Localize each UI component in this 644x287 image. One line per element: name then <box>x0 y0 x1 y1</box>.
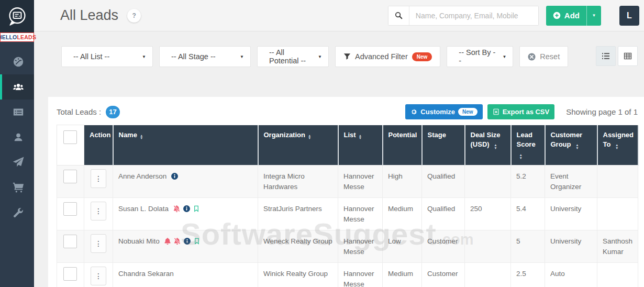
paging-info: Showing page 1 of 1 <box>566 107 638 116</box>
avatar[interactable]: L <box>619 6 639 26</box>
add-button[interactable]: Add <box>546 6 587 26</box>
sidebar-item-contacts[interactable] <box>0 125 34 150</box>
lead-list: Hannover Messe <box>338 230 383 263</box>
lead-organization: Winick Realty Group <box>258 263 338 287</box>
lead-stage: Customer <box>422 263 465 287</box>
grid-view-toggle[interactable] <box>618 46 638 66</box>
lead-list: Hannover Messe <box>338 263 383 287</box>
row-action-button[interactable]: ⋮ <box>91 267 106 285</box>
search-group <box>388 6 539 26</box>
helloleads-logo-icon <box>6 5 28 27</box>
table-row: ⋮Nobuaki MitoWeneck Realty GroupHannover… <box>57 230 638 263</box>
row-checkbox[interactable] <box>63 170 77 183</box>
chevron-down-icon: ▼ <box>318 54 322 59</box>
row-checkbox[interactable] <box>63 267 77 281</box>
leads-table: Action Name▲▼ Organization▲▼ List▲▼ Pote… <box>57 125 639 287</box>
export-file-icon <box>493 108 499 115</box>
bookmark-icon <box>194 238 200 245</box>
total-leads-label: Total Leads : <box>57 107 101 116</box>
advanced-filter-label: Advanced Filter <box>355 52 408 61</box>
add-dropdown-button[interactable]: ▼ <box>587 6 601 26</box>
dashboard-icon <box>13 56 24 68</box>
ellipsis-icon: ⋮ <box>95 238 102 249</box>
gear-icon <box>410 108 417 115</box>
sort-icon: ▲▼ <box>308 134 311 140</box>
lead-list: Hannover Messe <box>338 198 383 230</box>
filter-all-potential-value: -- All Potential -- <box>269 48 313 65</box>
select-all-checkbox[interactable] <box>63 130 77 144</box>
view-toggles <box>596 46 638 66</box>
chevron-down-icon: ▼ <box>240 54 244 59</box>
column-header-list[interactable]: List▲▼ <box>338 125 383 165</box>
reset-button[interactable]: Reset <box>519 46 568 67</box>
sort-icon: ▲▼ <box>615 144 618 149</box>
customize-button[interactable]: Customize New <box>405 104 482 119</box>
lead-name[interactable]: Anne Anderson <box>118 172 166 180</box>
row-checkbox[interactable] <box>63 235 77 248</box>
column-header-action: Action <box>84 125 113 165</box>
ellipsis-icon: ⋮ <box>95 271 102 281</box>
sort-icon: ▲▼ <box>575 144 579 149</box>
bell-icon <box>164 238 171 245</box>
campaigns-icon <box>13 157 24 168</box>
filter-all-stage-select[interactable]: -- All Stage -- ▼ <box>159 46 251 67</box>
info-icon <box>183 205 190 212</box>
row-action-button[interactable]: ⋮ <box>91 202 106 220</box>
lead-customer-group: Event Organizer <box>545 165 597 198</box>
filter-all-potential-select[interactable]: -- All Potential -- ▼ <box>257 46 329 67</box>
chevron-down-icon: ▼ <box>592 13 596 18</box>
lead-name[interactable]: Chandra Sekaran <box>118 270 174 278</box>
lead-name[interactable]: Nobuaki Mito <box>118 237 160 245</box>
lead-status-icons <box>173 205 199 212</box>
lead-deal-size: 250 <box>465 198 511 230</box>
reset-circle-x-icon <box>528 53 536 61</box>
lead-stage: Customer <box>422 230 465 263</box>
filter-all-list-select[interactable]: -- All List -- ▼ <box>61 46 153 67</box>
sidebar-nav <box>0 49 34 225</box>
sort-by-select[interactable]: -- Sort By -- ▼ <box>447 46 513 67</box>
lead-potential: Low <box>383 230 422 263</box>
row-checkbox[interactable] <box>63 202 77 216</box>
row-action-cell: ⋮ <box>84 230 113 263</box>
lead-score: 5.2 <box>511 165 545 198</box>
search-input[interactable] <box>409 6 538 25</box>
bell-slash-icon <box>173 205 180 212</box>
row-action-button[interactable]: ⋮ <box>91 234 106 253</box>
column-header-customer-group[interactable]: Customer Group ▲▼ <box>545 125 597 165</box>
search-icon <box>395 12 403 19</box>
list-view-toggle[interactable] <box>596 46 616 66</box>
export-csv-button[interactable]: Export as CSV <box>487 104 555 119</box>
app-logo[interactable] <box>0 0 34 32</box>
row-action-cell: ⋮ <box>84 263 113 287</box>
new-badge: New <box>412 52 432 61</box>
lead-name[interactable]: Susan L. Dolata <box>118 205 169 213</box>
search-button[interactable] <box>388 6 409 25</box>
grid-view-icon <box>624 52 632 60</box>
topbar: All Leads ? Add ▼ L <box>34 0 644 31</box>
ellipsis-icon: ⋮ <box>95 173 102 184</box>
select-all-cell <box>57 125 84 165</box>
column-header-organization[interactable]: Organization▲▼ <box>258 125 338 165</box>
row-action-button[interactable]: ⋮ <box>91 169 106 188</box>
advanced-filter-button[interactable]: Advanced Filter New <box>335 46 440 67</box>
contacts-icon <box>13 131 24 143</box>
customize-label: Customize <box>420 108 455 116</box>
sidebar-item-deals[interactable] <box>0 175 34 200</box>
sidebar-item-settings[interactable] <box>0 200 34 225</box>
leads-card: Total Leads : 17 Customize New Export as… <box>48 97 644 287</box>
table-row: ⋮Susan L. DolataStratJuris PartnersHanno… <box>57 198 638 230</box>
sidebar-item-leads[interactable] <box>0 74 34 100</box>
column-header-lead-score[interactable]: Lead Score ▲▼ <box>511 125 545 165</box>
sidebar-item-campaigns[interactable] <box>0 150 34 175</box>
filter-all-list-value: -- All List -- <box>73 52 109 61</box>
sidebar-item-lists[interactable] <box>0 100 34 125</box>
lists-icon <box>13 106 24 118</box>
sidebar-item-dashboard[interactable] <box>0 49 34 74</box>
column-header-deal-size[interactable]: Deal Size (USD) ▲▼ <box>465 125 511 165</box>
lead-score: 2.5 <box>511 263 545 287</box>
column-header-name[interactable]: Name▲▼ <box>113 125 258 165</box>
help-button[interactable]: ? <box>127 9 141 23</box>
lead-deal-size <box>465 230 511 263</box>
ellipsis-icon: ⋮ <box>95 206 102 216</box>
column-header-assigned-to[interactable]: Assigned To ▲▼ <box>597 125 638 165</box>
